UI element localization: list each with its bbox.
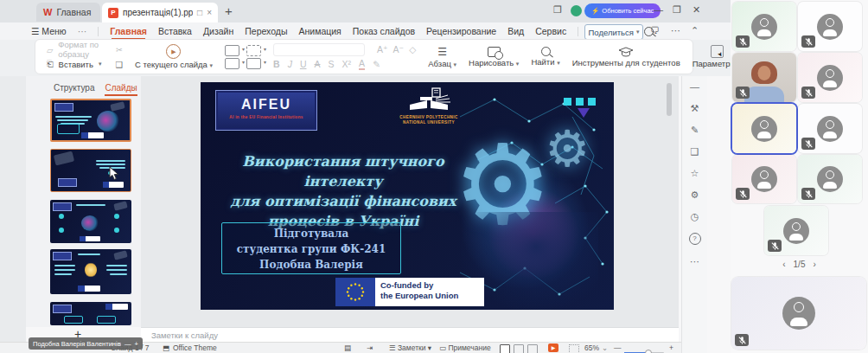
help-icon[interactable]: ?: [689, 233, 701, 245]
tab-document[interactable]: P презентація(1).pptx □ ×: [102, 3, 218, 22]
underline-button[interactable]: U: [300, 59, 307, 69]
strikethrough-button[interactable]: A: [314, 59, 320, 69]
fit-window-icon[interactable]: [569, 344, 579, 353]
from-current-slide-button[interactable]: С текущего слайда ▾: [135, 60, 213, 69]
participant-tile[interactable]: [732, 2, 796, 51]
tab-restore-icon[interactable]: □: [197, 8, 202, 17]
menu-more-icon[interactable]: ···: [78, 26, 87, 36]
participant-tile-large[interactable]: [731, 277, 866, 350]
overlay-minimize-icon[interactable]: —: [124, 340, 131, 348]
menu-button[interactable]: ☰ Меню: [31, 26, 67, 36]
zoom-in-button[interactable]: +: [669, 343, 673, 352]
participant-tile[interactable]: [732, 155, 796, 203]
settings-icon[interactable]: ⚙: [691, 189, 699, 200]
tab-close-icon[interactable]: ×: [207, 8, 212, 17]
slide-thumbnail-5[interactable]: 5: [50, 302, 131, 325]
font-name-input[interactable]: [273, 43, 365, 56]
zoom-caret-icon[interactable]: ⌄: [602, 343, 608, 352]
view-normal-icon[interactable]: [500, 344, 510, 353]
overlay-expand-icon[interactable]: +: [135, 340, 138, 348]
participant-tile[interactable]: [798, 53, 862, 102]
menu-retsenzirovanie[interactable]: Рецензирование: [426, 26, 496, 36]
zoom-out-button[interactable]: —: [614, 343, 622, 352]
paste-button[interactable]: Вставить: [59, 60, 93, 69]
slide-title[interactable]: Використання штучного інтелекту для опти…: [201, 151, 486, 231]
tab-wps-home[interactable]: W Главная: [36, 3, 100, 22]
restore-button[interactable]: ❐: [673, 4, 681, 16]
slide-thumbnail-3[interactable]: 3: [50, 200, 131, 243]
participant-tile-selected[interactable]: [732, 104, 796, 153]
update-now-button[interactable]: ⚡ Обновить сейчас: [584, 3, 661, 18]
more-tools-icon[interactable]: ⋯: [690, 256, 699, 266]
notes-field[interactable]: Заметки к слайду: [141, 327, 679, 342]
author-box[interactable]: Підготувала студентка групи ФК-241 Подоб…: [221, 222, 401, 274]
new-tab-button[interactable]: +: [225, 3, 233, 18]
menu-perekhody[interactable]: Переходы: [245, 26, 287, 36]
jump-icon[interactable]: ⇥: [367, 343, 373, 352]
view-reading-icon[interactable]: [527, 344, 538, 353]
account-avatar[interactable]: [571, 5, 582, 16]
editor-area[interactable]: ⚙ ⚙ AIFEU AI in the EU Financial Institu…: [141, 76, 679, 327]
menu-servis[interactable]: Сервис: [535, 26, 566, 36]
tools-icon[interactable]: ⚒: [691, 103, 699, 113]
font-grow-button[interactable]: A⁺: [377, 44, 388, 55]
highlight-button[interactable]: ✎: [373, 59, 380, 69]
collapse-ribbon-icon[interactable]: ⌃: [691, 25, 699, 36]
new-slide-icon[interactable]: [225, 45, 239, 56]
next-page-icon[interactable]: ›: [813, 260, 815, 269]
zoom-level[interactable]: 65%: [584, 343, 599, 352]
layout-icon[interactable]: [225, 58, 239, 69]
participant-tile[interactable]: [798, 155, 862, 203]
close-button[interactable]: ✕: [692, 4, 700, 16]
prev-page-icon[interactable]: ‹: [782, 260, 785, 269]
menu-dizayn[interactable]: Дизайн: [203, 26, 233, 36]
share-button[interactable]: Поделиться▾: [584, 24, 643, 40]
shape-edit-icon[interactable]: ✎: [691, 125, 699, 135]
menu-animatsiya[interactable]: Анимация: [299, 26, 341, 36]
find-button[interactable]: Найти ▾: [531, 57, 559, 67]
notebook-icon[interactable]: ▤: [344, 343, 351, 352]
menu-vstavka[interactable]: Вставка: [158, 26, 192, 36]
participant-tile[interactable]: [798, 104, 862, 153]
bold-button[interactable]: B: [273, 59, 280, 69]
minimize-button[interactable]: —: [654, 4, 663, 15]
menu-vid[interactable]: Вид: [507, 26, 524, 36]
presenter-name-overlay[interactable]: Подобна Валерія Валентинівна — +: [29, 337, 143, 350]
comment-toggle[interactable]: ▭ Примечание: [439, 343, 491, 352]
clear-format-icon[interactable]: ◇: [409, 44, 416, 55]
slide-thumbnail-4[interactable]: 4: [50, 249, 131, 294]
play-from-current-icon[interactable]: ▶: [166, 44, 181, 59]
reset-icon[interactable]: [246, 58, 261, 69]
notes-toggle[interactable]: ☰ Заметки ▾: [389, 343, 431, 352]
tab-overview-icon[interactable]: ❐: [553, 4, 562, 16]
favorites-icon[interactable]: ☆: [691, 168, 699, 178]
collapse-sidebar-icon[interactable]: —: [690, 81, 699, 92]
participant-tile[interactable]: [798, 2, 862, 51]
participant-tile[interactable]: [764, 206, 828, 255]
theme-name[interactable]: Office Theme: [173, 343, 217, 352]
participant-tile-video[interactable]: [732, 53, 796, 102]
tab-structure[interactable]: Структура: [54, 83, 94, 93]
comment-icon[interactable]: 🗨: [650, 25, 660, 35]
superscript-button[interactable]: X²: [342, 59, 352, 69]
more-icon[interactable]: ⋯: [671, 25, 680, 36]
menu-pokaz-slaydov[interactable]: Показ слайдов: [353, 26, 415, 36]
font-shrink-button[interactable]: A⁻: [393, 44, 405, 55]
shadow-button[interactable]: S: [328, 59, 334, 69]
copy-icon[interactable]: ❑: [115, 60, 123, 69]
slide-thumbnail-1[interactable]: 1: [50, 99, 131, 142]
editor-scrollbar[interactable]: [667, 83, 672, 116]
cut-icon[interactable]: ✂: [116, 45, 123, 55]
present-icon[interactable]: [246, 45, 261, 56]
layers-icon[interactable]: ❑: [691, 146, 699, 157]
student-tools-button[interactable]: Инструменты для студентов: [572, 58, 680, 67]
draw-button[interactable]: Нарисовать ▾: [469, 58, 519, 67]
view-sorter-icon[interactable]: [514, 344, 524, 353]
font-color-button[interactable]: A: [359, 58, 365, 70]
italic-button[interactable]: J: [288, 59, 292, 69]
collapse-panel-icon[interactable]: ‹: [133, 83, 136, 92]
slideshow-button[interactable]: ▶: [548, 343, 558, 352]
paragraph-button[interactable]: Абзац ▾: [428, 59, 456, 68]
slide-canvas[interactable]: ⚙ ⚙ AIFEU AI in the EU Financial Institu…: [201, 82, 614, 310]
menu-glavnaya[interactable]: Главная: [110, 26, 147, 36]
